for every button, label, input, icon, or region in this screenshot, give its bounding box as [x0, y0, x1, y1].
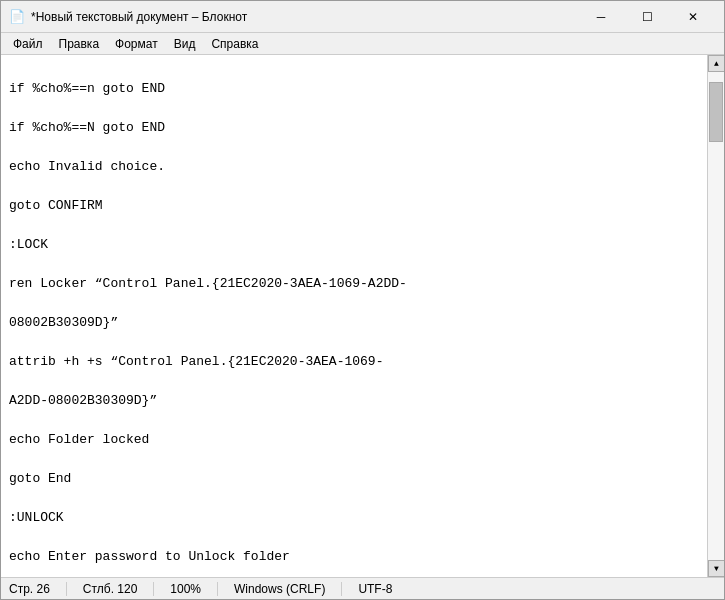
status-encoding: UTF-8: [358, 582, 392, 596]
menu-edit[interactable]: Правка: [51, 35, 108, 53]
scroll-thumb[interactable]: [709, 82, 723, 142]
vertical-scrollbar[interactable]: ▲ ▼: [707, 55, 724, 577]
window-title: *Новый текстовый документ – Блокнот: [31, 10, 578, 24]
menu-help[interactable]: Справка: [203, 35, 266, 53]
code-line: echo Folder locked: [9, 430, 699, 450]
menu-bar: Файл Правка Формат Вид Справка: [1, 33, 724, 55]
scroll-down-button[interactable]: ▼: [708, 560, 724, 577]
close-button[interactable]: ✕: [670, 1, 716, 33]
code-line: goto CONFIRM: [9, 196, 699, 216]
code-line: if %cho%==n goto END: [9, 79, 699, 99]
code-line: echo Invalid choice.: [9, 157, 699, 177]
status-line: Стр. 26: [9, 582, 50, 596]
menu-file[interactable]: Файл: [5, 35, 51, 53]
code-line: A2DD-08002B30309D}”: [9, 391, 699, 411]
status-separator-3: [217, 582, 218, 596]
status-bar: Стр. 26 Стлб. 120 100% Windows (CRLF) UT…: [1, 577, 724, 599]
status-separator-4: [341, 582, 342, 596]
status-zoom: 100%: [170, 582, 201, 596]
code-line: if %cho%==N goto END: [9, 118, 699, 138]
window-controls: ─ ☐ ✕: [578, 1, 716, 33]
code-line: :UNLOCK: [9, 508, 699, 528]
status-line-ending: Windows (CRLF): [234, 582, 325, 596]
scroll-track[interactable]: [708, 72, 724, 560]
code-line: goto End: [9, 469, 699, 489]
minimize-button[interactable]: ─: [578, 1, 624, 33]
main-window: 📄 *Новый текстовый документ – Блокнот ─ …: [0, 0, 725, 600]
code-line: 08002B30309D}”: [9, 313, 699, 333]
editor-area: if %cho%==n goto END if %cho%==N goto EN…: [1, 55, 724, 577]
menu-format[interactable]: Формат: [107, 35, 166, 53]
text-editor[interactable]: if %cho%==n goto END if %cho%==N goto EN…: [1, 55, 707, 577]
code-line: :LOCK: [9, 235, 699, 255]
title-bar: 📄 *Новый текстовый документ – Блокнот ─ …: [1, 1, 724, 33]
code-line: attrib +h +s “Control Panel.{21EC2020-3A…: [9, 352, 699, 372]
status-col: Стлб. 120: [83, 582, 137, 596]
app-icon: 📄: [9, 9, 25, 25]
code-line: ren Locker “Control Panel.{21EC2020-3AEA…: [9, 274, 699, 294]
scroll-up-button[interactable]: ▲: [708, 55, 724, 72]
status-separator-1: [66, 582, 67, 596]
menu-view[interactable]: Вид: [166, 35, 204, 53]
status-separator-2: [153, 582, 154, 596]
code-line: echo Enter password to Unlock folder: [9, 547, 699, 567]
maximize-button[interactable]: ☐: [624, 1, 670, 33]
